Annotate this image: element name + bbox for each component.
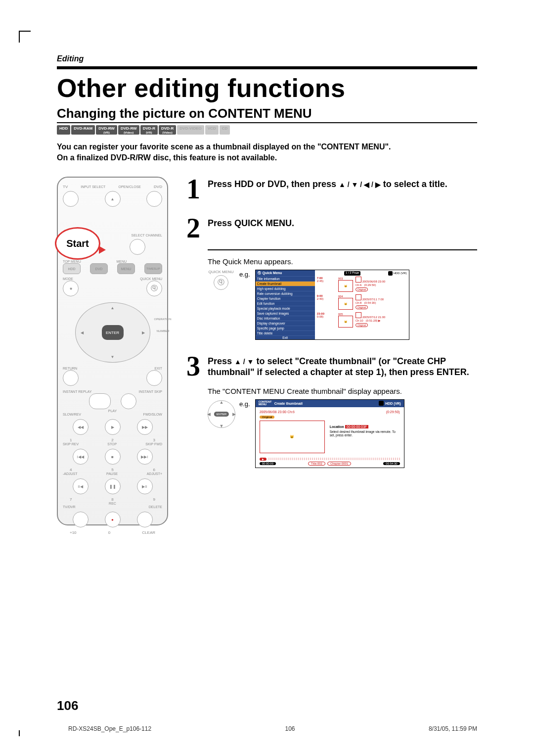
remote-adjust-plus: ADJUST+ <box>147 472 162 475</box>
quick-menu-osd: ⓠQuick Menu Title information Create thu… <box>255 270 409 340</box>
intro-text: You can register your favorite scene as … <box>57 142 477 163</box>
remote-adjminus-icon: II◀ <box>73 478 89 494</box>
eg-label-2: e.g. <box>239 270 250 278</box>
remote-menu-button: MENU <box>117 263 135 274</box>
page-number: 106 <box>57 698 78 713</box>
badge-dvdrw-video: DVD-RW(Video) <box>118 125 139 135</box>
num-6: 6 <box>153 468 155 472</box>
remote-exit: EXIT <box>154 367 162 370</box>
step-1: 1 Press HDD or DVD, then press ▲ / ▼ / ◀… <box>184 177 477 201</box>
osd-th-leftsmall: CONTENT MENU <box>259 401 272 406</box>
remote-enter-button: ENTER <box>102 325 124 340</box>
remote-operation-label: OPERATION <box>154 318 172 321</box>
remote-skip-rev: SKIP REV <box>63 442 79 446</box>
osd-th-title: Create thumbnail <box>274 402 303 405</box>
osd-th-hint: Select desired thumbnail image via remot… <box>330 430 400 437</box>
remote-pause: PAUSE <box>106 472 118 475</box>
remote-stop: STOP <box>107 442 117 446</box>
tv-icon <box>356 312 361 318</box>
remote-top-menu: TOP MENU <box>63 260 81 263</box>
step-3-number: 3 <box>184 354 203 378</box>
remote-adjust-minus: -ADJUST <box>63 472 78 475</box>
qm-item: Save captured images <box>256 311 315 316</box>
osd-th-bar-right: 00:54:30 <box>383 462 400 465</box>
remote-skipfwd-icon: ▶▶I <box>137 449 153 465</box>
remote-hdd-button: HDD <box>63 263 81 274</box>
osd-th-date: 2005/06/08 23:00 Ch:6 <box>260 410 295 414</box>
step-2-title: Press QUICK MENU. <box>208 218 477 229</box>
remote-quick-menu: QUICK MENU <box>140 277 162 281</box>
badge-dvdvideo: DVD-VIDEO <box>177 125 204 135</box>
qm-item: Display changeover <box>256 321 315 326</box>
heavy-divider <box>57 66 477 69</box>
remote-rew-icon: ◀◀ <box>73 419 89 435</box>
tv-icon <box>356 277 361 283</box>
osd-th-bar-chapter: Chapter:0001 <box>327 462 351 466</box>
remote-menu: MENU <box>117 260 127 263</box>
qm-item: Special playback mode <box>256 306 315 311</box>
remote-mode: MODE <box>63 277 73 281</box>
osd-qm-header: ⓠQuick Menu <box>256 270 315 276</box>
qm-exit: Exit <box>256 335 315 339</box>
qm-item: Edit function <box>256 301 315 306</box>
qm-item: Chapter function <box>256 296 315 301</box>
page-title: Other editing functions <box>57 73 477 103</box>
remote-instant-skip: INSTANT SKIP <box>139 390 162 393</box>
qm-item: Title delete <box>256 331 315 335</box>
osd-th-preview: 🐱 <box>260 421 325 453</box>
remote-open-close: OPEN/CLOSE <box>118 185 141 189</box>
step1-text-a: Press HDD or DVD, then press <box>208 179 339 189</box>
remote-quick-menu-icon: ⓠ <box>146 281 162 296</box>
badge-vcd: VCD <box>205 125 219 135</box>
arrows-icon: ▲ / ▼ / ◀ / ▶ <box>339 181 381 189</box>
step-2-number: 2 <box>184 216 203 240</box>
osd-th-len: (0:29:50) <box>386 410 400 414</box>
remote-tvdvr-icon <box>73 512 89 527</box>
tv-icon <box>356 294 361 300</box>
section-tag: Editing <box>57 54 477 66</box>
remote-fwd-slow: FWD/SLOW <box>143 413 162 416</box>
step-3-sub: The "CONTENT MENU Create thumbnail" disp… <box>208 387 477 395</box>
num-4: 4 <box>70 468 72 472</box>
qm-entry: 23:000:08) 005🐱 2005/07/12 21:00Ch:10 (0… <box>317 312 407 328</box>
footer-left: RD-XS24SB_Ope_E_p106-112 <box>68 725 151 732</box>
quick-menu-hint-label: QUICK MENU <box>208 270 234 274</box>
mini-dpad-enter: ENTER <box>214 412 229 417</box>
remote-delete: DELETE <box>149 505 162 509</box>
remote-rec-icon: ● <box>105 512 121 527</box>
step-3-title: Press ▲ / ▼ to select "Create thumbnail"… <box>208 356 477 378</box>
remote-tv-label: TV <box>63 185 68 189</box>
step3-text-a: Press <box>208 356 234 366</box>
remote-dvd-label: DVD <box>154 185 162 189</box>
remote-return: RETURN <box>63 367 77 370</box>
num-0: 0 <box>108 530 110 535</box>
remote-exit-icon <box>146 370 162 386</box>
remote-ff-icon: ▶▶ <box>137 419 153 435</box>
remote-skip-fwd: SKIP FWD <box>145 442 162 446</box>
remote-power-dvd-icon <box>146 191 162 207</box>
badge-cd: CD <box>220 125 230 135</box>
footer-right: 8/31/05, 11:59 PM <box>429 725 477 732</box>
osd-th-timeline <box>268 458 400 460</box>
remote-dpad: ▲ ▼ ◀ ▶ OPERATION NUMBER ENTER <box>75 302 150 363</box>
intro-line1: You can register your favorite scene as … <box>57 142 477 152</box>
remote-tv-dvr: TV/DVR <box>63 505 76 509</box>
remote-skiprev-icon: I◀◀ <box>73 449 89 465</box>
num-9: 9 <box>153 497 155 502</box>
disc-icon <box>388 271 393 276</box>
num-3: 3 <box>153 438 155 442</box>
qm-entry: 7:002:45) 003🐱 2005/06/08 23:00Ch:6 (0:2… <box>317 277 407 292</box>
step-3: 3 Press ▲ / ▼ to select "Create thumbnai… <box>184 354 477 468</box>
osd-th-loc-value: 00:00:00:03F <box>345 425 368 428</box>
start-callout-label: Start <box>66 238 89 249</box>
quick-menu-button-hint: QUICK MENU ⓠ <box>208 270 234 290</box>
step-1-number: 1 <box>184 177 203 201</box>
remote-eject-icon: ▲ <box>105 191 121 207</box>
step-2-sub: The Quick Menu appears. <box>208 257 477 266</box>
remote-input-select: INPUT SELECT <box>81 185 105 189</box>
remote-slow-rev: SLOW/REV <box>63 413 81 416</box>
num-1: 1 <box>70 438 72 442</box>
quick-menu-icon: ⓠ <box>214 275 228 290</box>
remote-pause-icon: ❚❚ <box>105 478 121 494</box>
badge-dvdram: DVD-RAM <box>71 125 95 135</box>
